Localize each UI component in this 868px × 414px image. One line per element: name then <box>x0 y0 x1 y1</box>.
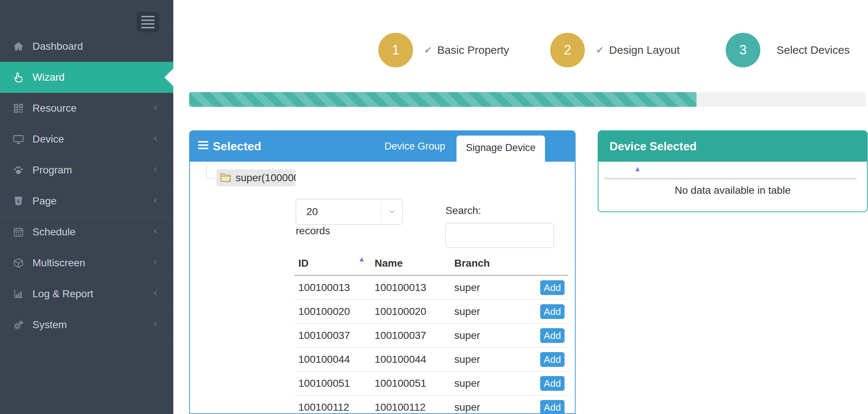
tab-signage-device[interactable]: Signage Device <box>456 136 545 162</box>
sidebar-item-schedule[interactable]: Schedule <box>0 217 173 248</box>
step-label: Select Devices <box>777 44 850 56</box>
table-header-row: ID ▲ Name Branch <box>294 252 568 276</box>
paw-icon <box>13 164 29 176</box>
chevron-left-icon <box>153 195 158 207</box>
tree-connector-line <box>206 164 207 178</box>
hamburger-icon <box>141 16 154 17</box>
panel-title: Device Selected <box>610 140 697 153</box>
add-device-button[interactable]: Add <box>540 328 565 343</box>
step-basic-property[interactable]: 1 ✔ Basic Property <box>378 33 509 67</box>
cell-branch: super <box>454 330 517 341</box>
check-icon: ✔ <box>596 45 604 56</box>
wizard-progress-track <box>189 92 866 107</box>
check-icon: ✔ <box>424 45 432 56</box>
svg-text:5: 5 <box>17 198 20 204</box>
cell-branch: super <box>454 282 517 294</box>
sidebar-item-wizard[interactable]: Wizard <box>0 62 173 93</box>
cell-name: 100100037 <box>375 330 454 341</box>
sidebar-item-system[interactable]: System <box>0 309 173 340</box>
panel-menu-icon[interactable] <box>198 141 208 149</box>
device-selected-body: ▲ No data available in table <box>598 162 867 211</box>
tab-device-group[interactable]: Device Group <box>376 131 454 162</box>
sort-asc-icon: ▲ <box>358 255 365 263</box>
tree-node-label: super(100000 <box>236 172 296 184</box>
sidebar-item-label: Device <box>32 133 64 145</box>
cell-id: 100100013 <box>294 282 375 294</box>
wizard-progress-fill <box>189 92 697 107</box>
cell-id: 100100020 <box>294 306 375 317</box>
chevron-left-icon <box>153 164 158 176</box>
sidebar-item-label: Wizard <box>32 71 65 83</box>
cell-name: 100100020 <box>375 306 454 317</box>
add-device-button[interactable]: Add <box>540 280 565 295</box>
step-number-badge: 1 <box>378 33 413 67</box>
cell-branch: super <box>454 354 517 365</box>
selected-panel-body: super(100000 20 records Search: ID ▲ Nam… <box>190 162 575 413</box>
selected-panel-header: Selected Device Group Signage Device <box>190 131 575 162</box>
table-row: 100100020 100100020 super Add <box>294 300 568 324</box>
records-per-page-value: 20 <box>306 206 381 218</box>
sidebar-item-label: Log & Report <box>32 288 93 300</box>
step-label: Basic Property <box>437 44 509 56</box>
chevron-left-icon <box>153 257 158 269</box>
sidebar-item-resource[interactable]: Resource <box>0 93 173 124</box>
sidebar-item-device[interactable]: Device <box>0 124 173 155</box>
cell-name: 100100051 <box>375 378 454 389</box>
step-number-badge: 2 <box>550 33 585 67</box>
bar-chart-icon <box>13 288 29 300</box>
add-device-button[interactable]: Add <box>540 352 565 367</box>
app-window: Dashboard Wizard Resource <box>0 0 868 414</box>
add-device-button[interactable]: Add <box>540 400 565 414</box>
search-label: Search: <box>445 205 481 217</box>
sidebar-item-label: Page <box>32 195 56 207</box>
calendar-icon <box>13 226 29 238</box>
device-selected-header: Device Selected <box>598 131 867 162</box>
sidebar-item-label: Resource <box>32 102 77 114</box>
sidebar-nav: Dashboard Wizard Resource <box>0 31 173 340</box>
qrcode-icon <box>13 102 29 115</box>
monitor-icon <box>13 133 29 145</box>
table-row: 100100013 100100013 super Add <box>294 276 568 300</box>
device-table: ID ▲ Name Branch 100100013 100100013 sup… <box>294 252 568 414</box>
hand-pointer-icon <box>13 71 29 84</box>
panel-title: Selected <box>213 131 261 162</box>
add-device-button[interactable]: Add <box>540 304 565 319</box>
active-item-arrow <box>164 69 173 86</box>
records-suffix-label: records <box>296 225 330 237</box>
cell-id: 100100051 <box>294 378 375 389</box>
cube-icon <box>13 257 29 269</box>
cell-branch: super <box>454 401 517 413</box>
step-select-devices[interactable]: 3 Select Devices <box>726 33 850 67</box>
sidebar-toggle-button[interactable] <box>136 12 159 32</box>
sidebar-item-label: Dashboard <box>32 41 83 52</box>
table-row: 100100112 100100112 super Add <box>294 396 568 414</box>
column-header-name[interactable]: Name <box>375 257 454 269</box>
step-design-layout[interactable]: 2 ✔ Design Layout <box>550 33 680 67</box>
wizard-steps: 1 ✔ Basic Property 2 ✔ Design Layout 3 S… <box>173 0 868 85</box>
add-device-button[interactable]: Add <box>540 376 565 391</box>
sidebar-item-program[interactable]: Program <box>0 155 173 186</box>
selected-panel: Selected Device Group Signage Device sup… <box>189 130 576 414</box>
sidebar-item-multiscreen[interactable]: Multiscreen <box>0 248 173 278</box>
tree-connector-line <box>206 178 217 178</box>
sidebar: Dashboard Wizard Resource <box>0 0 173 414</box>
device-selected-panel: Device Selected ▲ No data available in t… <box>598 130 868 212</box>
tree-node-super[interactable]: super(100000 <box>216 169 296 186</box>
gears-icon <box>13 319 29 331</box>
header-divider <box>604 178 857 179</box>
sidebar-item-page[interactable]: 5 Page <box>0 186 173 217</box>
sidebar-item-label: Program <box>32 164 72 176</box>
sort-asc-icon: ▲ <box>634 165 641 173</box>
sidebar-item-log-report[interactable]: Log & Report <box>0 278 173 309</box>
cell-id: 100100037 <box>294 330 375 341</box>
table-row: 100100051 100100051 super Add <box>294 372 568 396</box>
chevron-left-icon <box>153 102 158 114</box>
chevron-left-icon <box>153 319 158 331</box>
sidebar-item-label: Schedule <box>32 226 76 238</box>
search-input[interactable] <box>445 223 554 248</box>
records-per-page-select[interactable]: 20 <box>296 199 403 225</box>
html5-icon: 5 <box>13 195 29 207</box>
step-label: Design Layout <box>609 44 680 56</box>
column-header-branch[interactable]: Branch <box>454 257 517 269</box>
sidebar-item-dashboard[interactable]: Dashboard <box>0 31 173 62</box>
